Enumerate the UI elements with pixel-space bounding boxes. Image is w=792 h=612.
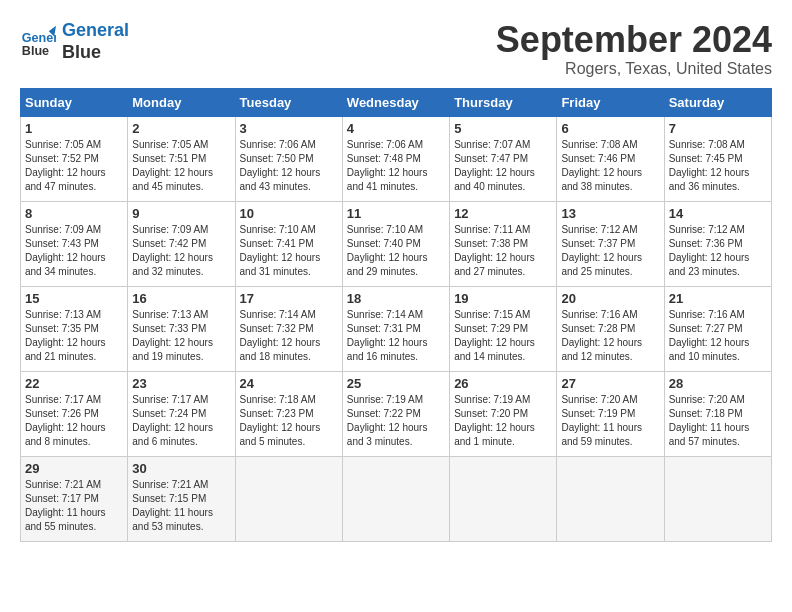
cell-info: Sunrise: 7:11 AM Sunset: 7:38 PM Dayligh… — [454, 223, 552, 279]
day-number: 5 — [454, 121, 552, 136]
day-number: 4 — [347, 121, 445, 136]
cell-info: Sunrise: 7:14 AM Sunset: 7:31 PM Dayligh… — [347, 308, 445, 364]
cell-info: Sunrise: 7:13 AM Sunset: 7:35 PM Dayligh… — [25, 308, 123, 364]
calendar-cell: 23Sunrise: 7:17 AM Sunset: 7:24 PM Dayli… — [128, 371, 235, 456]
day-number: 11 — [347, 206, 445, 221]
day-number: 26 — [454, 376, 552, 391]
calendar-cell: 19Sunrise: 7:15 AM Sunset: 7:29 PM Dayli… — [450, 286, 557, 371]
day-number: 16 — [132, 291, 230, 306]
page-header: General Blue GeneralBlue September 2024 … — [20, 20, 772, 78]
day-number: 7 — [669, 121, 767, 136]
day-number: 18 — [347, 291, 445, 306]
weekday-header-tuesday: Tuesday — [235, 88, 342, 116]
calendar-cell: 27Sunrise: 7:20 AM Sunset: 7:19 PM Dayli… — [557, 371, 664, 456]
month-title: September 2024 — [496, 20, 772, 60]
cell-info: Sunrise: 7:18 AM Sunset: 7:23 PM Dayligh… — [240, 393, 338, 449]
calendar-cell: 6Sunrise: 7:08 AM Sunset: 7:46 PM Daylig… — [557, 116, 664, 201]
day-number: 24 — [240, 376, 338, 391]
day-number: 17 — [240, 291, 338, 306]
calendar-cell: 12Sunrise: 7:11 AM Sunset: 7:38 PM Dayli… — [450, 201, 557, 286]
cell-info: Sunrise: 7:14 AM Sunset: 7:32 PM Dayligh… — [240, 308, 338, 364]
day-number: 8 — [25, 206, 123, 221]
calendar-cell: 28Sunrise: 7:20 AM Sunset: 7:18 PM Dayli… — [664, 371, 771, 456]
calendar-week-4: 22Sunrise: 7:17 AM Sunset: 7:26 PM Dayli… — [21, 371, 772, 456]
calendar-cell: 2Sunrise: 7:05 AM Sunset: 7:51 PM Daylig… — [128, 116, 235, 201]
calendar-week-3: 15Sunrise: 7:13 AM Sunset: 7:35 PM Dayli… — [21, 286, 772, 371]
calendar-cell: 18Sunrise: 7:14 AM Sunset: 7:31 PM Dayli… — [342, 286, 449, 371]
calendar-cell — [342, 456, 449, 541]
logo-icon: General Blue — [20, 24, 56, 60]
cell-info: Sunrise: 7:19 AM Sunset: 7:22 PM Dayligh… — [347, 393, 445, 449]
day-number: 22 — [25, 376, 123, 391]
cell-info: Sunrise: 7:21 AM Sunset: 7:17 PM Dayligh… — [25, 478, 123, 534]
day-number: 9 — [132, 206, 230, 221]
calendar-cell: 14Sunrise: 7:12 AM Sunset: 7:36 PM Dayli… — [664, 201, 771, 286]
calendar-cell — [450, 456, 557, 541]
svg-text:Blue: Blue — [22, 43, 49, 57]
calendar-cell: 22Sunrise: 7:17 AM Sunset: 7:26 PM Dayli… — [21, 371, 128, 456]
cell-info: Sunrise: 7:05 AM Sunset: 7:51 PM Dayligh… — [132, 138, 230, 194]
calendar-cell: 17Sunrise: 7:14 AM Sunset: 7:32 PM Dayli… — [235, 286, 342, 371]
calendar-cell: 29Sunrise: 7:21 AM Sunset: 7:17 PM Dayli… — [21, 456, 128, 541]
calendar-cell: 25Sunrise: 7:19 AM Sunset: 7:22 PM Dayli… — [342, 371, 449, 456]
day-number: 2 — [132, 121, 230, 136]
day-number: 29 — [25, 461, 123, 476]
cell-info: Sunrise: 7:06 AM Sunset: 7:50 PM Dayligh… — [240, 138, 338, 194]
calendar-cell: 21Sunrise: 7:16 AM Sunset: 7:27 PM Dayli… — [664, 286, 771, 371]
day-number: 3 — [240, 121, 338, 136]
calendar-cell: 1Sunrise: 7:05 AM Sunset: 7:52 PM Daylig… — [21, 116, 128, 201]
calendar-cell: 9Sunrise: 7:09 AM Sunset: 7:42 PM Daylig… — [128, 201, 235, 286]
weekday-header-friday: Friday — [557, 88, 664, 116]
cell-info: Sunrise: 7:05 AM Sunset: 7:52 PM Dayligh… — [25, 138, 123, 194]
cell-info: Sunrise: 7:08 AM Sunset: 7:45 PM Dayligh… — [669, 138, 767, 194]
calendar-cell — [664, 456, 771, 541]
day-number: 28 — [669, 376, 767, 391]
cell-info: Sunrise: 7:13 AM Sunset: 7:33 PM Dayligh… — [132, 308, 230, 364]
calendar-cell: 24Sunrise: 7:18 AM Sunset: 7:23 PM Dayli… — [235, 371, 342, 456]
day-number: 15 — [25, 291, 123, 306]
cell-info: Sunrise: 7:20 AM Sunset: 7:19 PM Dayligh… — [561, 393, 659, 449]
day-number: 10 — [240, 206, 338, 221]
calendar-cell: 13Sunrise: 7:12 AM Sunset: 7:37 PM Dayli… — [557, 201, 664, 286]
calendar-cell — [557, 456, 664, 541]
cell-info: Sunrise: 7:07 AM Sunset: 7:47 PM Dayligh… — [454, 138, 552, 194]
cell-info: Sunrise: 7:21 AM Sunset: 7:15 PM Dayligh… — [132, 478, 230, 534]
cell-info: Sunrise: 7:09 AM Sunset: 7:42 PM Dayligh… — [132, 223, 230, 279]
calendar-cell — [235, 456, 342, 541]
logo-text: GeneralBlue — [62, 20, 129, 63]
cell-info: Sunrise: 7:10 AM Sunset: 7:41 PM Dayligh… — [240, 223, 338, 279]
calendar-cell: 5Sunrise: 7:07 AM Sunset: 7:47 PM Daylig… — [450, 116, 557, 201]
title-area: September 2024 Rogers, Texas, United Sta… — [496, 20, 772, 78]
cell-info: Sunrise: 7:19 AM Sunset: 7:20 PM Dayligh… — [454, 393, 552, 449]
calendar-cell: 4Sunrise: 7:06 AM Sunset: 7:48 PM Daylig… — [342, 116, 449, 201]
weekday-header-saturday: Saturday — [664, 88, 771, 116]
day-number: 20 — [561, 291, 659, 306]
cell-info: Sunrise: 7:15 AM Sunset: 7:29 PM Dayligh… — [454, 308, 552, 364]
cell-info: Sunrise: 7:12 AM Sunset: 7:37 PM Dayligh… — [561, 223, 659, 279]
day-number: 21 — [669, 291, 767, 306]
calendar-week-5: 29Sunrise: 7:21 AM Sunset: 7:17 PM Dayli… — [21, 456, 772, 541]
day-number: 19 — [454, 291, 552, 306]
cell-info: Sunrise: 7:20 AM Sunset: 7:18 PM Dayligh… — [669, 393, 767, 449]
weekday-header-monday: Monday — [128, 88, 235, 116]
calendar-table: SundayMondayTuesdayWednesdayThursdayFrid… — [20, 88, 772, 542]
day-number: 25 — [347, 376, 445, 391]
calendar-cell: 15Sunrise: 7:13 AM Sunset: 7:35 PM Dayli… — [21, 286, 128, 371]
calendar-cell: 7Sunrise: 7:08 AM Sunset: 7:45 PM Daylig… — [664, 116, 771, 201]
day-number: 6 — [561, 121, 659, 136]
calendar-cell: 30Sunrise: 7:21 AM Sunset: 7:15 PM Dayli… — [128, 456, 235, 541]
weekday-header-row: SundayMondayTuesdayWednesdayThursdayFrid… — [21, 88, 772, 116]
day-number: 14 — [669, 206, 767, 221]
cell-info: Sunrise: 7:16 AM Sunset: 7:28 PM Dayligh… — [561, 308, 659, 364]
calendar-cell: 20Sunrise: 7:16 AM Sunset: 7:28 PM Dayli… — [557, 286, 664, 371]
cell-info: Sunrise: 7:10 AM Sunset: 7:40 PM Dayligh… — [347, 223, 445, 279]
day-number: 12 — [454, 206, 552, 221]
cell-info: Sunrise: 7:17 AM Sunset: 7:24 PM Dayligh… — [132, 393, 230, 449]
cell-info: Sunrise: 7:12 AM Sunset: 7:36 PM Dayligh… — [669, 223, 767, 279]
calendar-week-2: 8Sunrise: 7:09 AM Sunset: 7:43 PM Daylig… — [21, 201, 772, 286]
location: Rogers, Texas, United States — [496, 60, 772, 78]
day-number: 23 — [132, 376, 230, 391]
cell-info: Sunrise: 7:09 AM Sunset: 7:43 PM Dayligh… — [25, 223, 123, 279]
calendar-cell: 3Sunrise: 7:06 AM Sunset: 7:50 PM Daylig… — [235, 116, 342, 201]
cell-info: Sunrise: 7:06 AM Sunset: 7:48 PM Dayligh… — [347, 138, 445, 194]
